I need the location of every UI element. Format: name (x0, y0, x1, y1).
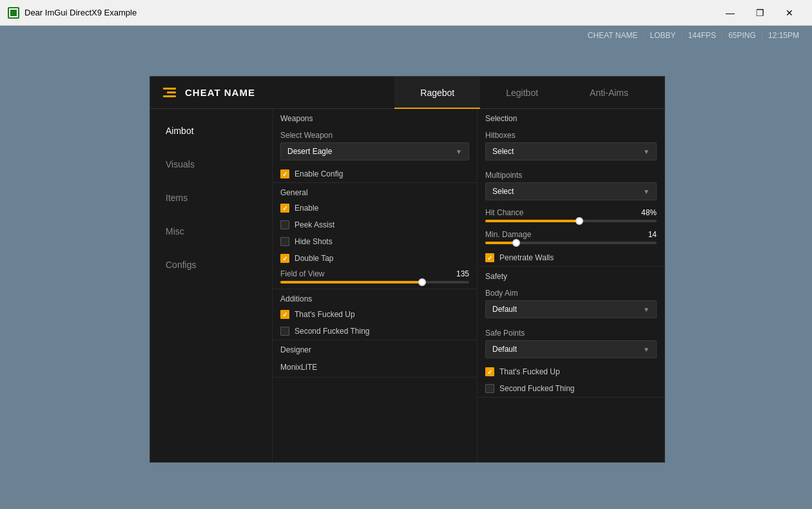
selection-header: Selection (478, 109, 664, 126)
dropdown-arrow-body-aim: ▼ (643, 306, 650, 313)
hitboxes-label: Hitboxes (485, 131, 657, 140)
penetrate-walls-checkbox[interactable] (485, 253, 494, 262)
logo-stripe-2 (167, 91, 176, 93)
window-title: Dear ImGui DirectX9 Example (24, 8, 715, 17)
second-fucked-checkbox[interactable] (280, 327, 289, 336)
min-damage-track[interactable] (485, 242, 657, 244)
weapons-section: Weapons Select Weapon Desert Eagle ▼ Ena… (273, 109, 477, 183)
tab-ragebot[interactable]: Ragebot (394, 77, 480, 109)
sep3: | (721, 31, 723, 40)
select-weapon-group: Select Weapon Desert Eagle ▼ (273, 126, 477, 166)
select-weapon-dropdown[interactable]: Desert Eagle ▼ (280, 142, 469, 160)
penetrate-walls-row[interactable]: Penetrate Walls (478, 249, 664, 266)
selection-section: Selection Hitboxes Select ▼ Multipoints … (478, 109, 664, 267)
hit-chance-thumb[interactable] (575, 217, 583, 225)
double-tap-checkbox[interactable] (280, 254, 289, 263)
body-aim-group: Body Aim Default ▼ (478, 283, 664, 323)
ping-status: 65PING (728, 31, 756, 40)
enable-checkbox[interactable] (280, 204, 289, 213)
close-button[interactable]: ✕ (775, 0, 804, 26)
multipoints-dropdown[interactable]: Select ▼ (485, 182, 657, 200)
enable-config-checkbox[interactable] (280, 169, 289, 178)
enable-config-label: Enable Config (295, 169, 343, 178)
fov-fill (280, 281, 422, 283)
sidebar-item-misc[interactable]: Misc (150, 215, 272, 248)
hide-shots-label: Hide Shots (295, 237, 333, 246)
dropdown-arrow-hitboxes: ▼ (643, 148, 650, 155)
cheat-name-title: CHEAT NAME (185, 87, 255, 98)
dropdown-arrow-weapon: ▼ (456, 148, 462, 155)
multipoints-value: Select (492, 187, 514, 196)
window-body: Aimbot Visuals Items Misc Configs Weapon… (150, 109, 664, 462)
restore-button[interactable]: ❐ (745, 0, 775, 26)
sidebar-item-configs[interactable]: Configs (150, 248, 272, 282)
tab-legitbot[interactable]: Legitbot (480, 77, 564, 109)
body-aim-value: Default (492, 305, 517, 314)
logo-stripe-1 (163, 88, 176, 90)
safety-second-fucked-label: Second Fucked Thing (499, 384, 575, 393)
status-bar: CHEAT NAME | LOBBY | 144FPS | 65PING | 1… (588, 31, 799, 40)
hitboxes-value: Select (492, 147, 514, 156)
weapons-header: Weapons (273, 109, 477, 126)
min-damage-value: 14 (648, 230, 657, 239)
safety-second-fucked-row[interactable]: Second Fucked Thing (478, 380, 664, 397)
fov-thumb[interactable] (418, 278, 426, 286)
fov-slider-row: Field of View 135 (273, 267, 477, 289)
dropdown-arrow-multipoints: ▼ (643, 188, 650, 195)
second-fucked-row[interactable]: Second Fucked Thing (273, 323, 477, 340)
enable-config-row[interactable]: Enable Config (273, 166, 477, 182)
hit-chance-value: 48% (641, 208, 657, 217)
hit-chance-track[interactable] (485, 220, 657, 222)
general-header: General (273, 183, 477, 200)
thats-fucked-label: That's Fucked Up (295, 310, 355, 319)
sep1: | (643, 31, 644, 40)
sidebar-item-items[interactable]: Items (150, 181, 272, 215)
enable-row[interactable]: Enable (273, 200, 477, 216)
sidebar-item-aimbot[interactable]: Aimbot (150, 114, 272, 148)
body-aim-label: Body Aim (485, 289, 657, 298)
safety-thats-fucked-label: That's Fucked Up (499, 367, 560, 376)
sidebar-item-visuals[interactable]: Visuals (150, 148, 272, 181)
safety-second-fucked-checkbox[interactable] (485, 384, 494, 393)
body-aim-dropdown[interactable]: Default ▼ (485, 300, 657, 318)
safety-header: Safety (478, 267, 664, 283)
title-bar: Dear ImGui DirectX9 Example — ❐ ✕ (0, 0, 812, 26)
tab-anti-aims[interactable]: Anti-Aims (564, 77, 654, 109)
min-damage-label: Min. Damage (485, 230, 531, 239)
min-damage-slider-row: Min. Damage 14 (478, 227, 664, 249)
min-damage-fill (485, 242, 516, 244)
peek-assist-row[interactable]: Peek Assist (273, 216, 477, 233)
hitboxes-dropdown[interactable]: Select ▼ (485, 142, 657, 160)
double-tap-row[interactable]: Double Tap (273, 250, 477, 267)
fov-track[interactable] (280, 281, 469, 283)
hide-shots-row[interactable]: Hide Shots (273, 233, 477, 250)
time-status: 12:15PM (768, 31, 799, 40)
general-section: General Enable Peek Assist Hide Shots Do… (273, 183, 477, 289)
select-weapon-label: Select Weapon (280, 131, 469, 140)
peek-assist-label: Peek Assist (295, 220, 334, 229)
fps-status: 144FPS (688, 31, 716, 40)
designer-header: Designer (273, 340, 477, 357)
peek-assist-checkbox[interactable] (280, 220, 289, 229)
hit-chance-slider-row: Hit Chance 48% (478, 206, 664, 227)
designer-group: MonixLITE (273, 357, 477, 377)
lobby-status: LOBBY (650, 31, 676, 40)
hide-shots-checkbox[interactable] (280, 237, 289, 246)
safety-thats-fucked-row[interactable]: That's Fucked Up (478, 363, 664, 380)
safe-points-dropdown[interactable]: Default ▼ (485, 340, 657, 358)
thats-fucked-checkbox[interactable] (280, 310, 289, 319)
safe-points-group: Safe Points Default ▼ (478, 323, 664, 363)
min-damage-thumb[interactable] (512, 239, 520, 247)
window-header: CHEAT NAME Ragebot Legitbot Anti-Aims (150, 77, 664, 109)
thats-fucked-row[interactable]: That's Fucked Up (273, 306, 477, 323)
tabs-row: Ragebot Legitbot Anti-Aims (394, 77, 654, 109)
second-fucked-label: Second Fucked Thing (295, 327, 370, 336)
minimize-button[interactable]: — (715, 0, 745, 26)
logo-icon (160, 84, 179, 102)
select-weapon-value: Desert Eagle (287, 147, 332, 156)
hitboxes-group: Hitboxes Select ▼ (478, 126, 664, 166)
additions-section: Additions That's Fucked Up Second Fucked… (273, 289, 477, 340)
safety-thats-fucked-checkbox[interactable] (485, 367, 494, 376)
sep4: | (761, 31, 763, 40)
double-tap-label: Double Tap (295, 254, 334, 263)
